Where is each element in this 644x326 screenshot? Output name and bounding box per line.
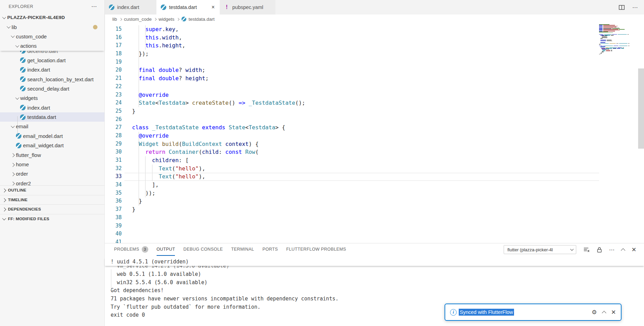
- panel-tab-problems[interactable]: PROBLEMS3: [114, 243, 148, 256]
- dart-file-icon: [20, 57, 26, 63]
- panel-tab-label: PORTS: [262, 247, 278, 252]
- line-number: 24: [105, 99, 124, 107]
- panel-tab-label: OUTPUT: [157, 247, 175, 252]
- chevron-right-icon: [119, 18, 122, 20]
- tree-item-email[interactable]: email: [0, 122, 104, 131]
- tab-index-dart[interactable]: index.dart: [105, 0, 157, 15]
- close-tab-icon[interactable]: ×: [211, 4, 215, 10]
- tree-item-second-delay-dart[interactable]: second_delay.dart: [0, 84, 104, 93]
- tree-item-label: custom_code: [16, 34, 47, 39]
- indent-guide: [111, 269, 111, 290]
- code-line-27[interactable]: 27class _TestdataState extends State<Tes…: [105, 123, 644, 132]
- code-line-28[interactable]: 28 @override: [105, 132, 644, 140]
- section-label: OUTLINE: [8, 188, 26, 193]
- vertical-scrollbar[interactable]: [638, 68, 644, 149]
- close-icon[interactable]: ✕: [611, 309, 616, 316]
- tab-testdata-dart[interactable]: testdata.dart ×: [157, 0, 220, 15]
- breadcrumb-item[interactable]: widgets: [159, 17, 175, 22]
- vscode-window: EXPLORER ⋯ PLAZZA-PICKER-4L4E9Dlibcustom…: [0, 0, 644, 326]
- code-line-35[interactable]: 35 ));: [105, 189, 644, 197]
- more-actions-icon[interactable]: ⋯: [91, 5, 97, 8]
- code-line-15[interactable]: 15 super.key,: [105, 25, 644, 34]
- tree-item-email-widget-dart[interactable]: email_widget.dart: [0, 141, 104, 150]
- breadcrumb-item[interactable]: lib: [112, 17, 117, 22]
- chevron-up-icon[interactable]: [602, 311, 606, 315]
- yaml-warning-icon: !: [224, 4, 230, 10]
- lock-scroll-icon[interactable]: [597, 247, 602, 253]
- code-line-18[interactable]: 18 });: [105, 50, 644, 58]
- gear-icon[interactable]: ⚙: [592, 309, 597, 316]
- code-text: [124, 115, 132, 124]
- code-line-21[interactable]: 21 final double? height;: [105, 74, 644, 83]
- code-line-33[interactable]: 33 Text("hello"),: [105, 173, 644, 181]
- line-number: 20: [105, 66, 124, 74]
- clear-output-icon[interactable]: [583, 247, 590, 253]
- tree-item-widgets[interactable]: widgets: [0, 93, 104, 103]
- code-line-31[interactable]: 31 children: [: [105, 156, 644, 165]
- code-line-17[interactable]: 17 this.height,: [105, 41, 644, 50]
- code-line-16[interactable]: 16 this.width,: [105, 34, 644, 42]
- code-line-36[interactable]: 36 }: [105, 197, 644, 205]
- code-line-37[interactable]: 37}: [105, 205, 644, 214]
- tree-item-custom-code[interactable]: custom_code: [0, 32, 104, 41]
- tab-pubspec-yaml[interactable]: ! pubspec.yaml: [220, 0, 276, 15]
- output-channel-dropdown[interactable]: flutter (plazza-picker-4l: [504, 245, 576, 254]
- tree-item-plazza-picker-4l4e9d[interactable]: PLAZZA-PICKER-4L4E9D: [0, 13, 104, 22]
- breadcrumb-file[interactable]: testdata.dart: [189, 17, 215, 22]
- code-line-23[interactable]: 23 @override: [105, 91, 644, 99]
- tree-item-home[interactable]: home: [0, 160, 104, 169]
- code-line-22[interactable]: 22: [105, 83, 644, 91]
- code-line-32[interactable]: 32 Text("hello"),: [105, 165, 644, 173]
- code-line-34[interactable]: 34 ],: [105, 181, 644, 189]
- code-line-25[interactable]: 25}: [105, 107, 644, 115]
- code-line-30[interactable]: 30 return Container(child: const Row(: [105, 148, 644, 156]
- minimap[interactable]: [599, 24, 620, 55]
- section-dependencies[interactable]: DEPENDENCIES: [0, 204, 104, 214]
- tree-item-decentro-dart[interactable]: decentro.dart: [0, 51, 104, 56]
- tree-item-flutter-flow[interactable]: flutter_flow: [0, 150, 104, 159]
- panel-tab-flutterflow-problems[interactable]: FLUTTERFLOW PROBLEMS: [286, 243, 346, 256]
- output-channel-label: flutter (plazza-picker-4l: [507, 247, 571, 252]
- tree-item-testdata-dart[interactable]: testdata.dart: [0, 112, 104, 122]
- panel-tab-terminal[interactable]: TERMINAL: [231, 243, 254, 256]
- code-text: final double? height;: [124, 74, 209, 83]
- code-line-38[interactable]: 38: [105, 214, 644, 222]
- code-line-41[interactable]: 41: [105, 238, 644, 243]
- section-timeline[interactable]: TIMELINE: [0, 195, 104, 205]
- section-outline[interactable]: OUTLINE: [0, 185, 104, 195]
- more-actions-icon[interactable]: ⋯: [609, 246, 615, 253]
- code-line-29[interactable]: 29 Widget build(BuildContext context) {: [105, 140, 644, 148]
- panel-tab-output[interactable]: OUTPUT: [157, 243, 175, 256]
- code-line-40[interactable]: 40: [105, 230, 644, 238]
- code-text: State<Testdata> createState() => _Testda…: [124, 99, 305, 107]
- panel-tab-debug-console[interactable]: DEBUG CONSOLE: [183, 243, 223, 256]
- line-number: 27: [105, 123, 124, 132]
- maximize-panel-icon[interactable]: [621, 248, 625, 253]
- line-number: 25: [105, 107, 124, 115]
- code-line-26[interactable]: 26: [105, 115, 644, 124]
- tree-item-index-dart[interactable]: index.dart: [0, 103, 104, 112]
- tree-item-get-location-dart[interactable]: get_location.dart: [0, 56, 104, 65]
- explorer-sidebar: EXPLORER ⋯ PLAZZA-PICKER-4L4E9Dlibcustom…: [0, 0, 105, 326]
- notification-toast[interactable]: i Synced with FlutterFlow ⚙ ✕: [445, 304, 622, 321]
- section-ff-modified-files[interactable]: FF: MODIFIED FILES: [0, 214, 104, 224]
- tree-item-order[interactable]: order: [0, 169, 104, 178]
- code-line-39[interactable]: 39: [105, 222, 644, 230]
- indent-guide: [17, 116, 18, 134]
- split-editor-icon[interactable]: [619, 5, 625, 10]
- tab-bar: index.dart testdata.dart × ! pubspec.yam…: [105, 0, 644, 15]
- tree-item-actions[interactable]: actions: [0, 41, 104, 50]
- tree-item-index-dart[interactable]: index.dart: [0, 65, 104, 74]
- code-line-24[interactable]: 24 State<Testdata> createState() => _Tes…: [105, 99, 644, 107]
- panel-tab-ports[interactable]: PORTS: [262, 243, 278, 256]
- tree-item-email-model-dart[interactable]: email_model.dart: [0, 131, 104, 141]
- explorer-header: EXPLORER ⋯: [0, 0, 104, 13]
- breadcrumb-item[interactable]: custom_code: [124, 17, 152, 22]
- tree-item-search-location-by-text-dart[interactable]: search_location_by_text.dart: [0, 74, 104, 84]
- close-panel-icon[interactable]: ✕: [632, 246, 636, 253]
- code-line-19[interactable]: 19: [105, 58, 644, 66]
- tree-item-lib[interactable]: lib: [0, 22, 104, 31]
- code-editor[interactable]: 15 super.key,16 this.width,17 this.heigh…: [105, 24, 644, 243]
- more-actions-icon[interactable]: ⋯: [632, 4, 638, 11]
- code-line-20[interactable]: 20 final double? width;: [105, 66, 644, 74]
